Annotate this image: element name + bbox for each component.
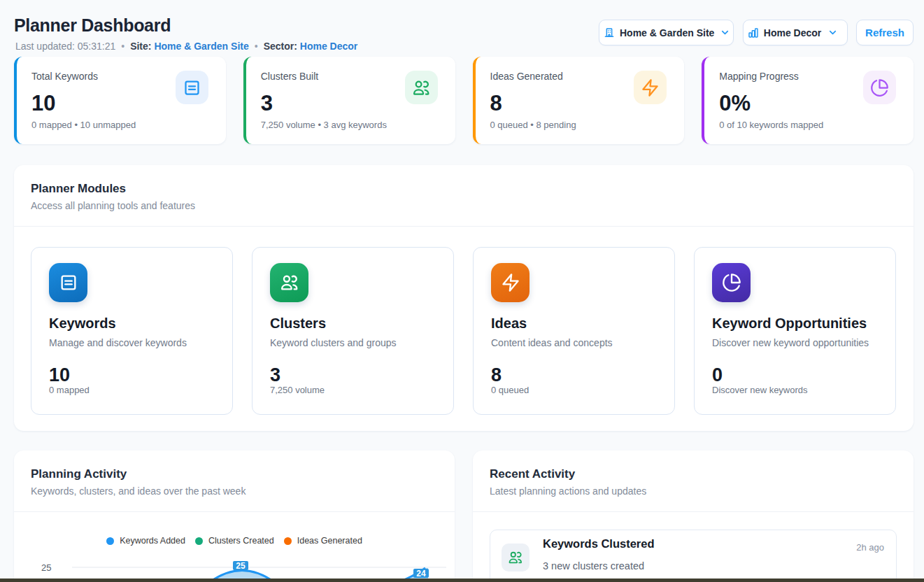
svg-text:25: 25 — [41, 562, 51, 573]
svg-text:25: 25 — [236, 561, 246, 571]
svg-text:24: 24 — [416, 569, 426, 579]
